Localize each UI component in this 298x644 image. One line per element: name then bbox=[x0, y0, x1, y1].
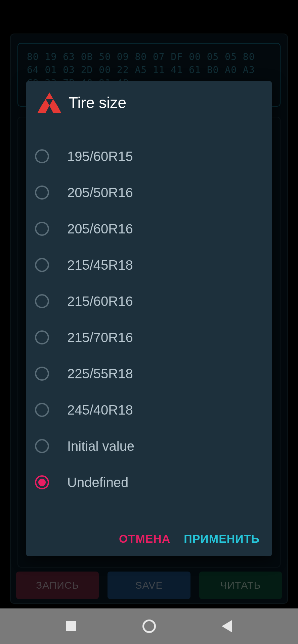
svg-marker-21 bbox=[49, 99, 61, 113]
option-label: 245/40R18 bbox=[67, 402, 133, 418]
option-label: 205/50R16 bbox=[67, 185, 133, 200]
svg-marker-20 bbox=[38, 99, 49, 113]
dialog-header: Tire size bbox=[26, 81, 272, 121]
radio-icon bbox=[35, 185, 49, 200]
radio-icon bbox=[35, 403, 49, 417]
tire-option[interactable]: Undefined bbox=[26, 464, 272, 500]
radio-icon bbox=[35, 222, 49, 236]
tire-option[interactable]: 215/70R16 bbox=[26, 319, 272, 356]
recent-apps-icon[interactable] bbox=[66, 621, 76, 631]
option-label: 225/55R18 bbox=[67, 366, 133, 381]
radio-icon bbox=[35, 367, 49, 381]
home-icon[interactable] bbox=[142, 620, 156, 633]
tire-option[interactable]: 215/45R18 bbox=[26, 247, 272, 283]
radio-icon bbox=[35, 330, 49, 344]
tire-option[interactable]: 205/50R16 bbox=[26, 174, 272, 211]
back-icon[interactable] bbox=[222, 620, 232, 632]
option-label: 215/45R18 bbox=[67, 258, 133, 273]
svg-marker-18 bbox=[46, 93, 53, 99]
dialog-actions: ОТМЕНА ПРИМЕНИТЬ bbox=[26, 523, 272, 556]
mitsubishi-icon bbox=[38, 93, 61, 113]
option-label: 195/60R15 bbox=[67, 149, 133, 164]
dialog-option-list[interactable]: 185/70R14 195/60R15 205/50R16 205/60R16 … bbox=[26, 121, 272, 523]
option-label: 205/60R16 bbox=[67, 221, 133, 236]
radio-icon bbox=[35, 258, 49, 272]
radio-icon bbox=[35, 439, 49, 453]
option-label: Undefined bbox=[67, 475, 128, 490]
tire-option[interactable]: 225/55R18 bbox=[26, 356, 272, 392]
radio-icon bbox=[35, 294, 49, 308]
tire-option[interactable]: 215/60R16 bbox=[26, 283, 272, 319]
option-label: 215/70R16 bbox=[67, 330, 133, 345]
apply-button[interactable]: ПРИМЕНИТЬ bbox=[184, 532, 260, 545]
option-label: 215/60R16 bbox=[67, 294, 133, 309]
tire-option[interactable]: 185/70R14 bbox=[26, 121, 272, 138]
radio-icon bbox=[35, 149, 49, 163]
tire-size-dialog: Tire size 185/70R14 195/60R15 205/50R16 … bbox=[26, 81, 272, 556]
radio-icon-selected bbox=[35, 475, 49, 489]
dialog-title: Tire size bbox=[69, 94, 126, 112]
tire-option[interactable]: 245/40R18 bbox=[26, 392, 272, 428]
tire-option[interactable]: 195/60R15 bbox=[26, 138, 272, 174]
option-label: Initial value bbox=[67, 439, 134, 454]
cancel-button[interactable]: ОТМЕНА bbox=[119, 532, 170, 545]
android-nav-bar bbox=[0, 608, 298, 644]
tire-option[interactable]: 205/60R16 bbox=[26, 211, 272, 247]
tire-option[interactable]: Initial value bbox=[26, 428, 272, 464]
